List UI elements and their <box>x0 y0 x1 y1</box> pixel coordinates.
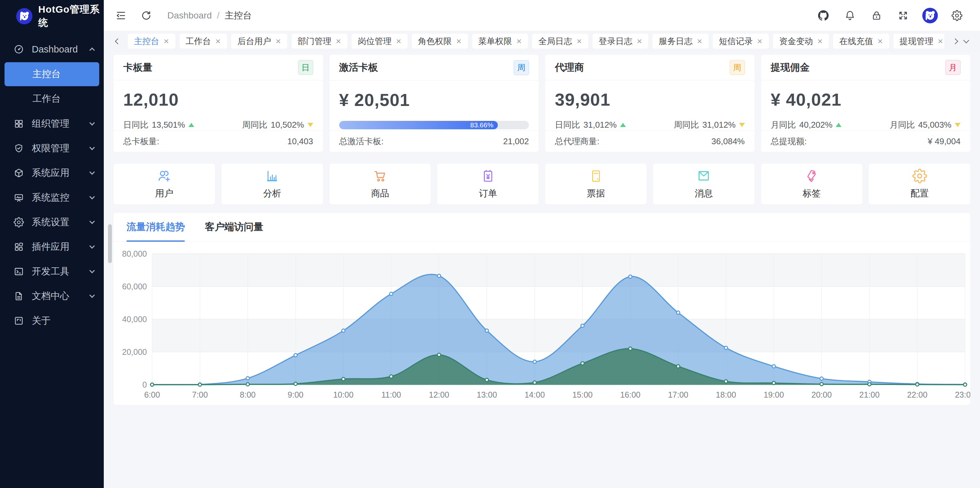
tab-close-icon[interactable]: ✕ <box>516 38 522 45</box>
user-avatar[interactable] <box>922 8 938 23</box>
tab-close-icon[interactable]: ✕ <box>757 38 763 45</box>
tab-label: 登录日志 <box>599 36 632 47</box>
sidebar-item-label: 关于 <box>32 314 51 327</box>
refresh-button[interactable] <box>139 8 154 23</box>
sidebar-item-plugins[interactable]: 插件应用 <box>0 234 104 259</box>
tab-item[interactable]: 岗位管理 ✕ <box>352 34 407 49</box>
svg-text:23:00: 23:00 <box>955 390 970 399</box>
sidebar-item-system-settings[interactable]: 系统设置 <box>0 210 104 234</box>
svg-text:80,000: 80,000 <box>122 249 147 258</box>
bar-chart-icon <box>265 168 280 184</box>
svg-text:40,000: 40,000 <box>122 315 147 324</box>
tab-list: 主控台 ✕ 工作台 ✕ 后台用户 ✕ 部门管理 ✕ 岗位管理 ✕ 角色权限 ✕ … <box>128 34 944 49</box>
shortcut-orders[interactable]: 订单 <box>437 164 539 204</box>
fullscreen-button[interactable] <box>896 8 911 23</box>
tab-client-visits[interactable]: 客户端访问量 <box>205 213 263 241</box>
tab-close-icon[interactable]: ✕ <box>937 38 943 45</box>
koala-avatar-icon <box>923 8 937 23</box>
breadcrumb: Dashboard / 主控台 <box>167 10 252 22</box>
sidebar-item-about[interactable]: 关于 <box>0 309 104 333</box>
svg-text:14:00: 14:00 <box>524 390 545 399</box>
sidebar-item-permission[interactable]: 权限管理 <box>0 136 104 161</box>
gear-icon <box>951 10 963 21</box>
shortcut-config[interactable]: 配置 <box>869 164 970 204</box>
tab-close-icon[interactable]: ✕ <box>697 38 702 45</box>
collapse-sidebar-button[interactable] <box>113 8 129 23</box>
sidebar-item-dashboard[interactable]: Dashboard <box>0 37 104 62</box>
tab-label: 服务日志 <box>659 36 692 47</box>
app-logo[interactable]: HotGo管理系统 <box>0 0 104 32</box>
tab-item[interactable]: 部门管理 ✕ <box>291 34 348 49</box>
tab-item[interactable]: 菜单权限 ✕ <box>472 34 528 49</box>
metric-month-down: 月同比45,003% <box>889 119 961 131</box>
shortcut-label: 票据 <box>587 187 605 200</box>
progress-label: 83.66% <box>470 121 493 129</box>
sidebar-item-system-app[interactable]: 系统应用 <box>0 161 104 185</box>
sidebar-item-workbench[interactable]: 工作台 <box>5 87 99 111</box>
sidebar-item-console[interactable]: 主控台 <box>5 62 99 86</box>
shortcut-messages[interactable]: 消息 <box>653 164 755 204</box>
tab-item[interactable]: 后台用户 ✕ <box>231 34 287 49</box>
tabs-scroll-left-button[interactable] <box>112 36 123 47</box>
tab-label: 主控台 <box>134 36 159 47</box>
chevron-down-icon <box>89 170 95 175</box>
chart-tabs: 流量消耗趋势 客户端访问量 <box>113 213 970 241</box>
tab-item[interactable]: 登录日志 ✕ <box>592 34 649 49</box>
notifications-button[interactable] <box>843 8 858 23</box>
tab-close-icon[interactable]: ✕ <box>164 38 169 45</box>
sidebar-item-system-monitor[interactable]: 系统监控 <box>0 185 104 210</box>
tab-close-icon[interactable]: ✕ <box>215 38 221 45</box>
tab-close-icon[interactable]: ✕ <box>636 38 643 45</box>
tab-close-icon[interactable]: ✕ <box>336 38 342 45</box>
tab-item[interactable]: 全局日志 ✕ <box>532 34 588 49</box>
tab-close-icon[interactable]: ✕ <box>275 38 281 45</box>
shortcut-tags[interactable]: 标签 <box>761 164 862 204</box>
shortcut-bills[interactable]: 票据 <box>545 164 647 204</box>
shortcut-analytics[interactable]: 分析 <box>221 164 323 204</box>
sidebar-item-label: 系统监控 <box>32 191 69 204</box>
shortcut-users[interactable]: 用户 <box>113 164 215 204</box>
tab-close-icon[interactable]: ✕ <box>456 38 462 45</box>
user-add-icon <box>157 168 172 184</box>
tab-item[interactable]: 在线充值 ✕ <box>833 34 889 49</box>
chevron-down-icon <box>89 243 95 249</box>
order-icon <box>480 168 495 184</box>
sidebar-item-label: 开发工具 <box>32 265 69 278</box>
tabs-dropdown-button[interactable] <box>961 36 972 47</box>
sidebar-item-docs[interactable]: 文档中心 <box>0 284 104 309</box>
tabs-scroll-right-button[interactable] <box>950 36 961 47</box>
tab-close-icon[interactable]: ✕ <box>576 38 582 45</box>
card-value: 12,010 <box>123 89 313 109</box>
tab-item[interactable]: 资金变动 ✕ <box>773 34 829 49</box>
tab-bar: 主控台 ✕ 工作台 ✕ 后台用户 ✕ 部门管理 ✕ 岗位管理 ✕ 角色权限 ✕ … <box>104 31 980 52</box>
sidebar-item-dev-tools[interactable]: 开发工具 <box>0 259 104 284</box>
tab-item[interactable]: 工作台 ✕ <box>180 34 228 49</box>
svg-text:13:00: 13:00 <box>477 390 497 399</box>
svg-text:10:00: 10:00 <box>333 390 354 399</box>
document-icon <box>14 291 24 301</box>
tab-item[interactable]: 主控台 ✕ <box>128 34 175 49</box>
github-button[interactable] <box>816 8 831 23</box>
tab-close-icon[interactable]: ✕ <box>877 38 883 45</box>
tag-icon <box>804 168 819 184</box>
scrollbar-thumb[interactable] <box>108 224 112 263</box>
card-footer-value: 36,084% <box>711 136 745 146</box>
metric-day: 日同比13,501% <box>123 119 194 131</box>
breadcrumb-root[interactable]: Dashboard <box>167 10 212 21</box>
card-value: ¥ 40,021 <box>771 89 961 109</box>
tab-item[interactable]: 提现管理 ✕ <box>893 34 944 49</box>
tab-item[interactable]: 服务日志 ✕ <box>652 34 709 49</box>
settings-button[interactable] <box>950 8 964 23</box>
shortcut-label: 分析 <box>263 187 281 200</box>
svg-text:0: 0 <box>142 380 147 389</box>
tab-traffic-trend[interactable]: 流量消耗趋势 <box>126 213 185 241</box>
chevron-down-icon <box>89 219 95 224</box>
sidebar-item-organization[interactable]: 组织管理 <box>0 111 104 136</box>
shortcut-products[interactable]: 商品 <box>329 164 431 204</box>
tab-close-icon[interactable]: ✕ <box>817 38 823 45</box>
tab-item[interactable]: 短信记录 ✕ <box>713 34 769 49</box>
chevron-down-icon <box>89 194 95 200</box>
lock-screen-button[interactable] <box>869 8 884 23</box>
tab-close-icon[interactable]: ✕ <box>396 38 401 45</box>
tab-item[interactable]: 角色权限 ✕ <box>412 34 468 49</box>
